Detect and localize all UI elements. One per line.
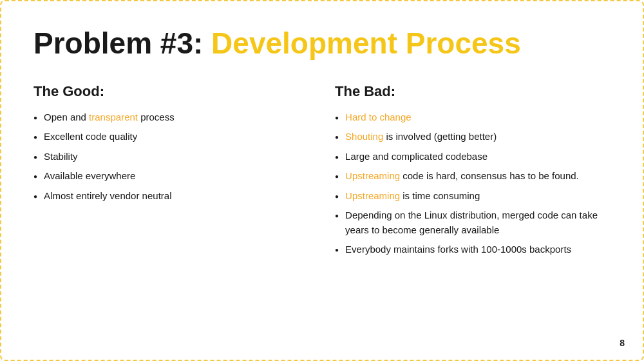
list-item-text: Excellent code quality <box>44 130 137 144</box>
highlight-text: Upstreaming <box>345 170 400 181</box>
list-item: Upstreaming code is hard, consensus has … <box>335 169 611 184</box>
list-item: Available everywhere <box>33 169 309 184</box>
list-item-text: Upstreaming is time consuming <box>345 189 480 204</box>
list-item: Large and complicated codebase <box>335 150 611 164</box>
highlight-text: Hard to change <box>345 112 412 122</box>
list-item-text: Everybody maintains forks with 100-1000s… <box>345 242 571 257</box>
bad-title: The Bad: <box>335 83 611 100</box>
highlight-text: transparent <box>89 112 138 122</box>
slide: Problem #3: Development Process The Good… <box>0 0 644 361</box>
list-item-text: Depending on the Linux distribution, mer… <box>345 208 611 237</box>
title-prefix: Problem #3: <box>33 26 211 60</box>
page-number: 8 <box>620 338 625 348</box>
list-item-text: Hard to change <box>345 110 412 125</box>
good-column: The Good: Open and transparent process E… <box>33 83 309 262</box>
list-item-text: Open and transparent process <box>44 110 175 125</box>
columns: The Good: Open and transparent process E… <box>33 83 611 262</box>
list-item: Excellent code quality <box>33 130 309 144</box>
list-item-text: Large and complicated codebase <box>345 150 488 164</box>
highlight-text: Upstreaming <box>345 190 400 201</box>
bad-list: Hard to change Shouting is involved (get… <box>335 110 611 257</box>
list-item: Shouting is involved (getting better) <box>335 130 611 144</box>
list-item: Almost entirely vendor neutral <box>33 189 309 204</box>
list-item: Hard to change <box>335 110 611 125</box>
list-item-text: Available everywhere <box>44 169 135 184</box>
list-item: Stability <box>33 150 309 164</box>
list-item: Everybody maintains forks with 100-1000s… <box>335 242 611 257</box>
list-item-text: Stability <box>44 150 78 164</box>
title-highlight: Development Process <box>211 26 521 60</box>
list-item-text: Almost entirely vendor neutral <box>44 189 171 204</box>
list-item-text: Shouting is involved (getting better) <box>345 130 497 144</box>
good-list: Open and transparent process Excellent c… <box>33 110 309 204</box>
bad-column: The Bad: Hard to change Shouting is invo… <box>335 83 611 262</box>
highlight-text: Shouting <box>345 131 383 142</box>
list-item: Depending on the Linux distribution, mer… <box>335 208 611 237</box>
list-item: Upstreaming is time consuming <box>335 189 611 204</box>
good-title: The Good: <box>33 83 309 100</box>
list-item: Open and transparent process <box>33 110 309 125</box>
slide-title: Problem #3: Development Process <box>33 27 611 60</box>
list-item-text: Upstreaming code is hard, consensus has … <box>345 169 579 184</box>
